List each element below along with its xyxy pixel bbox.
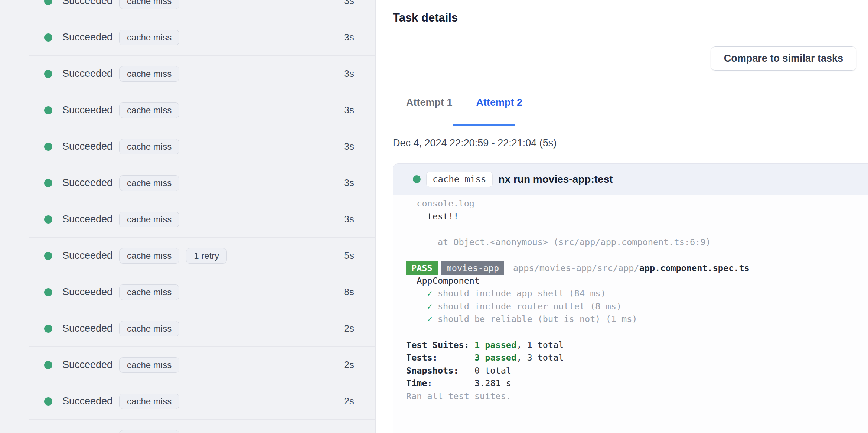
task-duration: 2s — [344, 395, 354, 407]
task-duration: 8s — [344, 286, 354, 298]
terminal-line: AppComponent — [406, 274, 868, 287]
task-row[interactable]: Succeededcache miss3s — [29, 19, 376, 56]
terminal-line: at Object.<anonymous> (src/app/app.compo… — [406, 236, 868, 249]
retry-badge: 1 retry — [186, 248, 227, 264]
terminal-line: Test Suites: 1 passed, 1 total — [406, 339, 868, 352]
status-label: Succeeded — [62, 359, 112, 371]
status-label: Succeeded — [62, 286, 112, 298]
page-title: Task details — [393, 11, 458, 25]
terminal-line: PASSmovies-appapps/movies-app/src/app/ap… — [406, 261, 868, 274]
task-row[interactable]: Succeededcache miss1 retry5s — [29, 238, 376, 274]
cache-status-badge: cache miss — [119, 0, 179, 9]
check-icon: ✓ — [427, 301, 433, 312]
status-success-icon — [44, 215, 52, 224]
task-row[interactable]: Succeededcache miss — [29, 420, 376, 433]
status-success-icon — [44, 325, 52, 333]
jest-pass-badge: PASS — [406, 261, 438, 275]
task-command-title: nx run movies-app:test — [499, 173, 613, 185]
terminal-line — [406, 326, 868, 339]
task-row[interactable]: Succeededcache miss3s — [29, 0, 376, 19]
cache-status-badge: cache miss — [119, 30, 179, 45]
check-icon: ✓ — [427, 288, 433, 299]
cache-status-badge: cache miss — [119, 102, 179, 118]
cache-status-badge: cache miss — [119, 284, 179, 300]
status-success-icon — [44, 0, 52, 5]
task-row[interactable]: Succeededcache miss3s — [29, 128, 376, 165]
terminal-line: Time: 3.281 s — [406, 377, 868, 390]
task-row[interactable]: Succeededcache miss3s — [29, 92, 376, 128]
task-duration: 3s — [344, 68, 354, 79]
task-row[interactable]: Succeededcache miss3s — [29, 165, 376, 201]
status-label: Succeeded — [62, 141, 112, 152]
task-list: Succeededcache miss3sSucceededcache miss… — [29, 0, 376, 433]
tab-attempt-2[interactable]: Attempt 2 — [470, 97, 529, 108]
status-success-icon — [44, 143, 52, 151]
terminal-line: ✓ should be reliable (but is not) (1 ms) — [406, 313, 868, 326]
tabs-divider — [393, 126, 868, 126]
terminal-line: Ran all test suites. — [406, 390, 868, 403]
terminal-line: ✓ should include app-shell (84 ms) — [406, 287, 868, 300]
task-duration: 3s — [344, 214, 354, 225]
task-row[interactable]: Succeededcache miss2s — [29, 383, 376, 420]
status-label: Succeeded — [62, 104, 112, 116]
cache-status-badge: cache miss — [119, 66, 179, 82]
status-label: Succeeded — [62, 68, 112, 79]
cache-status-badge: cache miss — [119, 357, 179, 373]
task-row[interactable]: Succeededcache miss2s — [29, 347, 376, 383]
attempt-date-range: Dec 4, 2024 22:20:59 - 22:21:04 (5s) — [393, 137, 557, 149]
task-list-panel: Succeededcache miss3sSucceededcache miss… — [0, 0, 376, 433]
terminal-line — [406, 248, 868, 261]
cache-status-badge: cache miss — [119, 212, 179, 227]
attempt-tabs: Attempt 1Attempt 2 — [400, 97, 528, 108]
task-duration: 3s — [344, 177, 354, 189]
task-output-header: cache miss nx run movies-app:test — [393, 164, 868, 195]
terminal-output: console.log test!! at Object.<anonymous>… — [393, 195, 868, 414]
status-label: Succeeded — [62, 32, 112, 43]
task-duration: 2s — [344, 323, 354, 334]
task-duration: 2s — [344, 359, 354, 371]
task-duration: 5s — [344, 250, 354, 261]
task-duration: 3s — [344, 141, 354, 152]
status-label: Succeeded — [62, 250, 112, 261]
task-row[interactable]: Succeededcache miss3s — [29, 201, 376, 238]
task-details-panel: Task details Compare to similar tasks At… — [376, 0, 868, 433]
cache-status-badge: cache miss — [119, 175, 179, 191]
compare-to-similar-tasks-button[interactable]: Compare to similar tasks — [711, 46, 856, 71]
terminal-line: Tests: 3 passed, 3 total — [406, 351, 868, 364]
task-row[interactable]: Succeededcache miss3s — [29, 56, 376, 92]
status-success-icon — [44, 33, 52, 42]
status-success-icon — [44, 179, 52, 187]
status-success-icon — [44, 252, 52, 260]
cache-status-badge: cache miss — [119, 248, 179, 264]
status-label: Succeeded — [62, 0, 112, 7]
project-name-badge: movies-app — [441, 261, 504, 275]
task-row[interactable]: Succeededcache miss8s — [29, 274, 376, 310]
task-duration: 3s — [344, 0, 354, 7]
check-icon: ✓ — [427, 314, 433, 324]
terminal-line: ✓ should include router-outlet (8 ms) — [406, 300, 868, 313]
cache-status-badge: cache miss — [119, 430, 179, 433]
task-duration: 3s — [344, 32, 354, 43]
cache-status-badge: cache miss — [119, 321, 179, 336]
status-success-icon — [44, 70, 52, 78]
cache-status-badge: cache miss — [119, 139, 179, 154]
task-output-card: cache miss nx run movies-app:test consol… — [393, 163, 868, 433]
status-success-icon — [44, 397, 52, 406]
status-label: Succeeded — [62, 177, 112, 189]
status-success-icon — [413, 175, 421, 183]
status-label: Succeeded — [62, 323, 112, 334]
tab-attempt-1[interactable]: Attempt 1 — [400, 97, 459, 108]
terminal-line: Snapshots: 0 total — [406, 364, 868, 377]
status-label: Succeeded — [62, 395, 112, 407]
status-success-icon — [44, 106, 52, 114]
terminal-line — [406, 223, 868, 236]
task-duration: 3s — [344, 104, 354, 116]
status-success-icon — [44, 288, 52, 296]
cache-status-badge: cache miss — [119, 394, 179, 409]
terminal-line: console.log — [406, 197, 868, 210]
status-success-icon — [44, 361, 52, 369]
task-row[interactable]: Succeededcache miss2s — [29, 310, 376, 347]
status-label: Succeeded — [62, 214, 112, 225]
terminal-line: test!! — [406, 210, 868, 223]
cache-status-badge: cache miss — [426, 172, 493, 187]
